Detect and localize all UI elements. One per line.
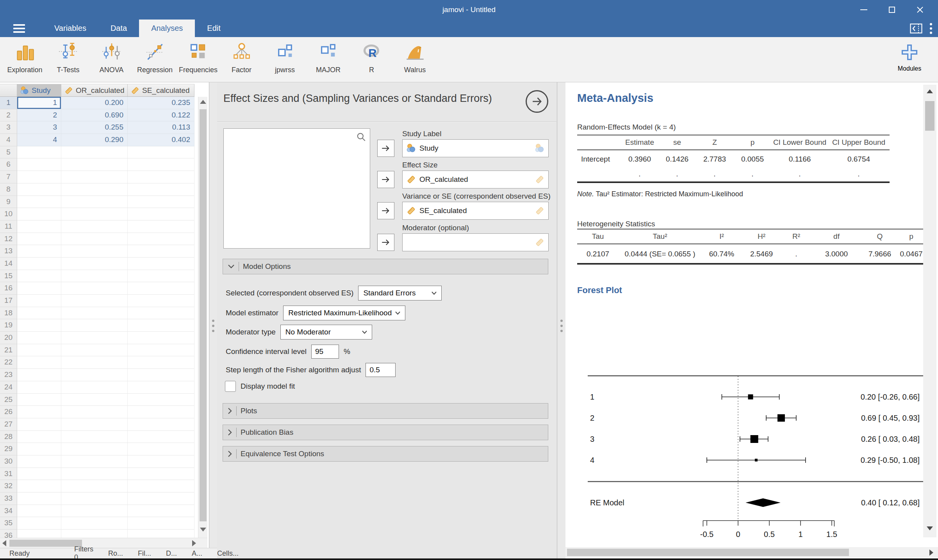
maximize-button[interactable]: [878, 0, 906, 20]
cell[interactable]: [17, 146, 61, 159]
cell[interactable]: [17, 468, 61, 480]
available-variables-list[interactable]: [223, 128, 370, 249]
cell[interactable]: [61, 208, 128, 220]
cell[interactable]: [61, 295, 128, 307]
ribbon-major-button[interactable]: MAJOR: [307, 39, 350, 80]
cell[interactable]: [17, 332, 61, 344]
column-header-se-calculated[interactable]: SE_calculated: [128, 84, 194, 96]
splitter-grip-icon[interactable]: [212, 320, 214, 332]
cell[interactable]: [17, 431, 61, 443]
cell[interactable]: [128, 158, 194, 171]
cell[interactable]: [17, 369, 61, 381]
cell[interactable]: 0.402: [128, 134, 194, 146]
row-number[interactable]: 35: [0, 517, 17, 530]
row-number[interactable]: 8: [0, 183, 17, 196]
column-header-study[interactable]: Study: [17, 84, 61, 96]
row-number[interactable]: 2: [0, 109, 17, 122]
cell[interactable]: [61, 406, 128, 418]
cell[interactable]: [61, 505, 128, 517]
row-number[interactable]: 28: [0, 431, 17, 443]
cell[interactable]: [61, 332, 128, 344]
hamburger-menu-button[interactable]: [13, 23, 29, 34]
cell[interactable]: [17, 196, 61, 208]
row-number[interactable]: 34: [0, 505, 17, 517]
row-number[interactable]: 27: [0, 418, 17, 431]
row-number[interactable]: 20: [0, 332, 17, 344]
cell[interactable]: [61, 171, 128, 183]
cell[interactable]: [17, 208, 61, 220]
status-filtered[interactable]: Fil...: [138, 549, 151, 558]
cell[interactable]: [61, 220, 128, 233]
row-number[interactable]: 17: [0, 295, 17, 307]
cell[interactable]: [128, 517, 194, 530]
cell[interactable]: [128, 468, 194, 480]
cell[interactable]: 3: [17, 121, 61, 134]
row-number[interactable]: 7: [0, 171, 17, 183]
cell[interactable]: [128, 381, 194, 394]
row-number[interactable]: 31: [0, 468, 17, 480]
cell[interactable]: [17, 517, 61, 530]
tab-data[interactable]: Data: [98, 20, 139, 37]
cell[interactable]: [128, 319, 194, 332]
cell[interactable]: [61, 344, 128, 357]
cell[interactable]: 0.200: [61, 97, 128, 109]
cell[interactable]: [128, 530, 194, 538]
cell[interactable]: [17, 295, 61, 307]
row-number[interactable]: 12: [0, 233, 17, 245]
confidence-interval-input[interactable]: 95: [311, 345, 339, 359]
row-number[interactable]: 23: [0, 369, 17, 381]
cell[interactable]: [61, 418, 128, 431]
cell[interactable]: [17, 356, 61, 369]
cell[interactable]: [61, 245, 128, 258]
cell[interactable]: [128, 431, 194, 443]
cell[interactable]: 0.122: [128, 109, 194, 122]
cell[interactable]: [128, 258, 194, 270]
cell[interactable]: [61, 282, 128, 295]
row-number[interactable]: 15: [0, 270, 17, 283]
ribbon-ttests-button[interactable]: T-Tests: [46, 39, 90, 80]
cell[interactable]: [128, 282, 194, 295]
row-number[interactable]: 16: [0, 282, 17, 295]
cell[interactable]: [17, 158, 61, 171]
collapse-analysis-button[interactable]: [526, 90, 548, 113]
results-panel-toggle-icon[interactable]: [910, 23, 922, 34]
cell[interactable]: [128, 233, 194, 245]
cell[interactable]: [128, 270, 194, 283]
cell[interactable]: 0.113: [128, 121, 194, 134]
row-number[interactable]: 18: [0, 307, 17, 320]
cell[interactable]: [17, 220, 61, 233]
cell[interactable]: [61, 443, 128, 455]
cell[interactable]: [17, 344, 61, 357]
assign-moderator-button[interactable]: [377, 234, 394, 251]
row-number[interactable]: 21: [0, 344, 17, 357]
variance-field[interactable]: SE_calculated: [402, 202, 549, 220]
cell[interactable]: [61, 492, 128, 505]
column-header-or-calculated[interactable]: OR_calculated: [61, 84, 128, 96]
cell[interactable]: [61, 258, 128, 270]
status-deleted[interactable]: D...: [166, 549, 177, 558]
row-number[interactable]: 32: [0, 480, 17, 492]
cell[interactable]: [61, 158, 128, 171]
status-cells[interactable]: Cells...: [217, 549, 239, 558]
cell[interactable]: [17, 406, 61, 418]
cell[interactable]: [17, 418, 61, 431]
ribbon-exploration-button[interactable]: Exploration: [3, 39, 46, 80]
scroll-down-arrow[interactable]: [200, 528, 206, 532]
cell[interactable]: [17, 233, 61, 245]
cell[interactable]: [128, 208, 194, 220]
cell[interactable]: [61, 455, 128, 468]
row-number[interactable]: 14: [0, 258, 17, 270]
row-number[interactable]: 10: [0, 208, 17, 220]
cell[interactable]: 0.690: [61, 109, 128, 122]
cell[interactable]: [61, 196, 128, 208]
cell[interactable]: [61, 146, 128, 159]
row-number[interactable]: 36: [0, 530, 17, 538]
cell[interactable]: [128, 307, 194, 320]
status-filters-count[interactable]: Filters 0: [74, 545, 93, 560]
row-number[interactable]: 30: [0, 455, 17, 468]
assign-study-label-button[interactable]: [377, 140, 394, 157]
cell[interactable]: [17, 319, 61, 332]
row-number[interactable]: 9: [0, 196, 17, 208]
cell[interactable]: 0.255: [61, 121, 128, 134]
results-vertical-scrollbar[interactable]: [923, 85, 936, 537]
